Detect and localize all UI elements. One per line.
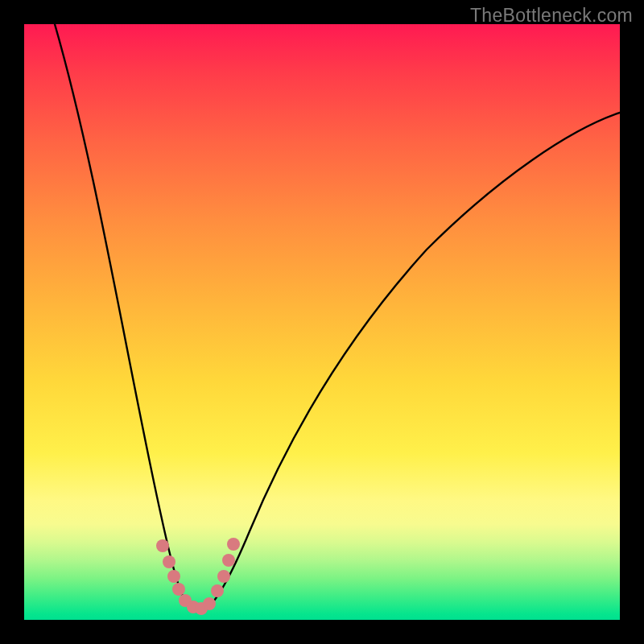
svg-point-10	[222, 554, 235, 567]
plot-area	[24, 24, 620, 620]
svg-point-2	[167, 570, 180, 583]
svg-point-7	[203, 597, 216, 610]
curve-layer	[24, 24, 620, 620]
watermark-text: TheBottleneck.com	[470, 5, 633, 27]
chart-frame: TheBottleneck.com	[0, 0, 644, 644]
svg-point-0	[156, 539, 169, 552]
svg-point-9	[217, 570, 230, 583]
svg-point-11	[227, 538, 240, 551]
svg-point-3	[172, 583, 185, 596]
bottleneck-curve	[55, 24, 620, 612]
svg-point-8	[211, 584, 224, 597]
svg-point-1	[163, 555, 175, 568]
